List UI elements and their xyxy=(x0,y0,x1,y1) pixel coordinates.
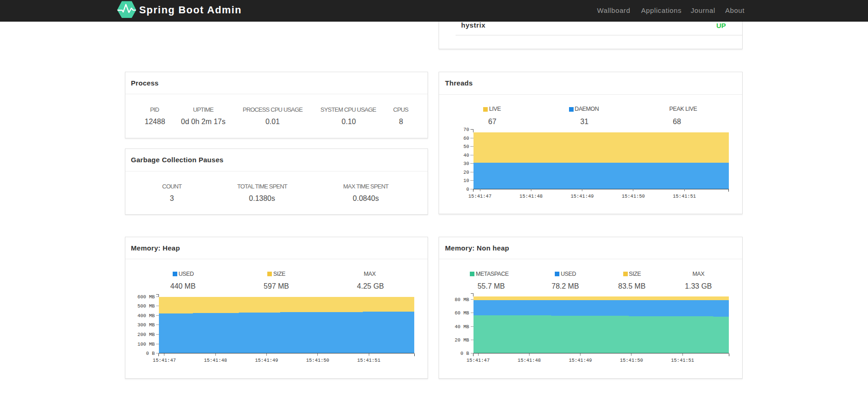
svg-text:15:41:51: 15:41:51 xyxy=(357,358,380,363)
svg-text:60 MB: 60 MB xyxy=(455,310,469,316)
svg-text:15:41:47: 15:41:47 xyxy=(468,194,491,199)
svg-text:60: 60 xyxy=(463,136,469,141)
svg-text:70: 70 xyxy=(463,127,469,132)
svg-text:0 B: 0 B xyxy=(146,351,155,356)
svg-text:0: 0 xyxy=(466,187,469,192)
svg-text:15:41:47: 15:41:47 xyxy=(467,358,490,363)
svg-text:15:41:50: 15:41:50 xyxy=(622,194,645,199)
svg-text:400 MB: 400 MB xyxy=(137,313,155,319)
svg-text:15:41:49: 15:41:49 xyxy=(570,194,593,199)
svg-text:20: 20 xyxy=(463,170,469,175)
svg-text:0 B: 0 B xyxy=(461,351,469,356)
svg-text:15:41:49: 15:41:49 xyxy=(255,358,278,363)
svg-text:15:41:50: 15:41:50 xyxy=(620,358,643,363)
svg-text:50: 50 xyxy=(463,144,469,149)
svg-text:40 MB: 40 MB xyxy=(455,324,469,330)
svg-text:15:41:49: 15:41:49 xyxy=(569,358,592,363)
svg-text:15:41:47: 15:41:47 xyxy=(153,358,176,363)
svg-text:15:41:51: 15:41:51 xyxy=(673,194,696,199)
svg-text:15:41:48: 15:41:48 xyxy=(204,358,227,363)
svg-text:20 MB: 20 MB xyxy=(455,337,469,343)
svg-text:600 MB: 600 MB xyxy=(137,294,155,300)
svg-text:500 MB: 500 MB xyxy=(137,303,155,309)
svg-text:10: 10 xyxy=(463,178,469,183)
svg-text:15:41:51: 15:41:51 xyxy=(671,358,694,363)
svg-text:15:41:50: 15:41:50 xyxy=(306,358,329,363)
svg-text:300 MB: 300 MB xyxy=(137,322,155,328)
svg-text:15:41:48: 15:41:48 xyxy=(519,194,542,199)
svg-text:30: 30 xyxy=(463,161,469,166)
svg-text:80 MB: 80 MB xyxy=(455,297,469,302)
svg-text:100 MB: 100 MB xyxy=(137,342,155,347)
svg-text:200 MB: 200 MB xyxy=(137,332,155,337)
svg-text:40: 40 xyxy=(463,153,469,158)
svg-text:15:41:48: 15:41:48 xyxy=(518,358,541,363)
